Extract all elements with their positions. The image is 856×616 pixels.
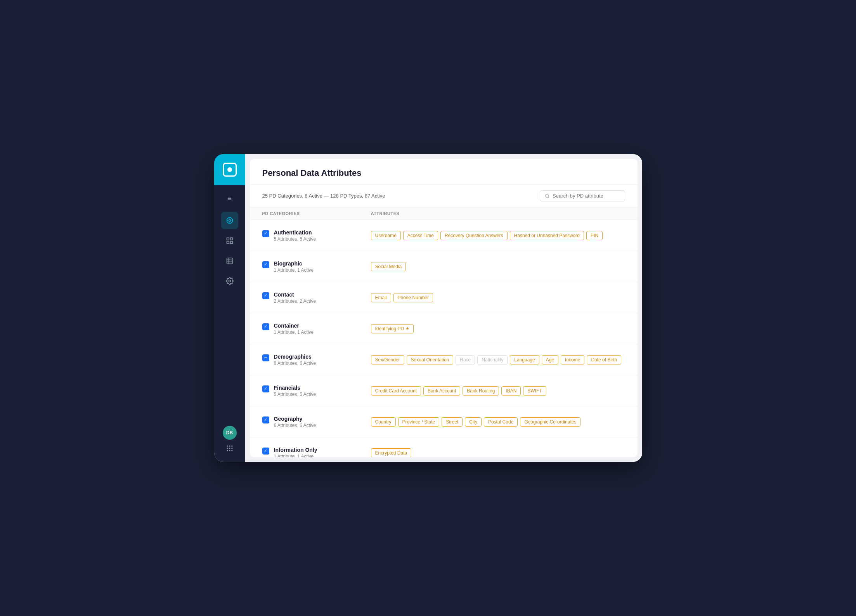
category-checkbox[interactable]	[262, 416, 269, 423]
svg-rect-9	[230, 241, 232, 244]
attribute-tag[interactable]: IBAN	[501, 386, 521, 396]
attributes-cell: Social Media	[371, 262, 625, 271]
search-input[interactable]	[553, 193, 620, 199]
sidebar-item-home[interactable]	[221, 212, 238, 229]
category-checkbox[interactable]	[262, 448, 269, 455]
grid-dots-icon[interactable]	[226, 444, 234, 454]
category-name: Information Only	[274, 447, 317, 453]
attributes-cell: UsernameAccess TimeRecovery Question Ans…	[371, 231, 625, 240]
attribute-tag[interactable]: Language	[510, 355, 539, 364]
svg-line-25	[548, 197, 549, 198]
category-cell: Authentication5 Attributes, 5 Active	[262, 229, 371, 242]
category-cell: Information Only1 Attribute, 1 Active	[262, 447, 371, 458]
sidebar-item-list[interactable]	[221, 252, 238, 269]
category-checkbox[interactable]	[262, 385, 269, 392]
category-sub: 1 Attribute, 1 Active	[274, 267, 314, 273]
attribute-tag-starred[interactable]: Identifying PD ★	[371, 324, 414, 333]
attribute-tag[interactable]: Social Media	[371, 262, 406, 271]
attributes-cell: Credit Card AccountBank AccountBank Rout…	[371, 386, 625, 396]
category-cell: Demographics8 Attributes, 6 Active	[262, 354, 371, 366]
attribute-tag[interactable]: Recovery Question Answers	[440, 231, 508, 240]
attribute-tag[interactable]: Income	[561, 355, 584, 364]
device-frame: ≡	[214, 154, 642, 462]
attribute-tag[interactable]: Country	[371, 417, 396, 427]
table-row: Biographic1 Attribute, 1 ActiveSocial Me…	[250, 251, 638, 282]
category-info: Information Only1 Attribute, 1 Active	[274, 447, 317, 458]
category-checkbox[interactable]	[262, 323, 269, 330]
attribute-tag[interactable]: Geographic Co-ordinates	[520, 417, 580, 427]
attribute-tag[interactable]: Nationality	[477, 355, 508, 364]
sidebar-item-grid[interactable]	[221, 232, 238, 249]
sidebar-nav	[221, 212, 238, 426]
category-checkbox[interactable]	[262, 354, 269, 361]
category-name: Biographic	[274, 260, 314, 267]
category-name: Authentication	[274, 229, 316, 236]
table-row: Information Only1 Attribute, 1 ActiveEnc…	[250, 437, 638, 457]
attribute-tag[interactable]: Race	[456, 355, 475, 364]
attribute-tag[interactable]: Postal Code	[484, 417, 518, 427]
table-row: Demographics8 Attributes, 6 ActiveSex/Ge…	[250, 344, 638, 375]
category-cell: Geography6 Attributes, 6 Active	[262, 416, 371, 428]
category-sub: 5 Attributes, 5 Active	[274, 236, 316, 242]
attribute-tag[interactable]: Encrypted Data	[371, 448, 412, 458]
attribute-tag[interactable]: Age	[542, 355, 558, 364]
attribute-tag[interactable]: Access Time	[403, 231, 438, 240]
star-icon: ★	[405, 326, 409, 331]
table-row: Authentication5 Attributes, 5 ActiveUser…	[250, 220, 638, 251]
svg-point-24	[545, 194, 548, 197]
svg-point-17	[231, 446, 232, 447]
category-checkbox[interactable]	[262, 292, 269, 299]
attribute-tag[interactable]: Sexual Orientation	[407, 355, 454, 364]
attributes-cell: Sex/GenderSexual OrientationRaceNational…	[371, 355, 625, 364]
stats-text: 25 PD Categories, 8 Active — 128 PD Type…	[262, 193, 385, 199]
category-info: Biographic1 Attribute, 1 Active	[274, 260, 314, 273]
attribute-tag[interactable]: Street	[442, 417, 463, 427]
page-title: Personal Data Attributes	[262, 168, 625, 178]
category-name: Financials	[274, 385, 316, 391]
attributes-cell: Encrypted Data	[371, 448, 625, 458]
attributes-cell: EmailPhone Number	[371, 293, 625, 302]
attribute-tag[interactable]: Phone Number	[393, 293, 433, 302]
svg-rect-6	[227, 238, 229, 240]
attribute-tag[interactable]: Email	[371, 293, 391, 302]
category-cell: Contact2 Attributes, 2 Active	[262, 292, 371, 304]
svg-rect-7	[230, 238, 232, 240]
category-info: Container1 Attribute, 1 Active	[274, 323, 314, 335]
sidebar-item-settings[interactable]	[221, 272, 238, 290]
menu-toggle[interactable]: ≡	[224, 191, 235, 206]
table-row: Contact2 Attributes, 2 ActiveEmailPhone …	[250, 282, 638, 313]
attribute-tag[interactable]: Province / State	[398, 417, 440, 427]
attribute-tag[interactable]: Bank Account	[423, 386, 460, 396]
attribute-tag[interactable]: PIN	[586, 231, 603, 240]
attributes-cell: CountryProvince / StateStreetCityPostal …	[371, 417, 625, 427]
attribute-tag[interactable]: Bank Routing	[463, 386, 499, 396]
avatar[interactable]: DB	[223, 426, 237, 440]
category-name: Demographics	[274, 354, 316, 360]
category-name: Container	[274, 323, 314, 329]
svg-point-16	[229, 446, 230, 447]
header-attributes: ATTRIBUTES	[371, 211, 625, 216]
category-checkbox[interactable]	[262, 230, 269, 237]
table-row: Geography6 Attributes, 6 ActiveCountryPr…	[250, 406, 638, 437]
attribute-tag[interactable]: City	[465, 417, 482, 427]
attribute-tag[interactable]: Date of Birth	[587, 355, 621, 364]
svg-point-20	[231, 448, 232, 449]
category-sub: 1 Attribute, 1 Active	[274, 330, 314, 335]
category-info: Geography6 Attributes, 6 Active	[274, 416, 316, 428]
logo-icon	[223, 163, 237, 177]
category-sub: 1 Attribute, 1 Active	[274, 454, 317, 458]
svg-point-23	[231, 450, 232, 451]
svg-point-22	[229, 450, 230, 451]
category-cell: Container1 Attribute, 1 Active	[262, 323, 371, 335]
attribute-tag[interactable]: Hashed or Unhashed Password	[510, 231, 584, 240]
search-box[interactable]	[540, 190, 625, 201]
category-checkbox[interactable]	[262, 261, 269, 268]
svg-point-21	[227, 450, 228, 451]
attribute-tag[interactable]: SWIFT	[523, 386, 546, 396]
attribute-tag[interactable]: Credit Card Account	[371, 386, 421, 396]
category-sub: 8 Attributes, 6 Active	[274, 361, 316, 366]
category-info: Contact2 Attributes, 2 Active	[274, 292, 316, 304]
attribute-tag[interactable]: Sex/Gender	[371, 355, 404, 364]
table-body: Authentication5 Attributes, 5 ActiveUser…	[250, 220, 638, 457]
attribute-tag[interactable]: Username	[371, 231, 401, 240]
